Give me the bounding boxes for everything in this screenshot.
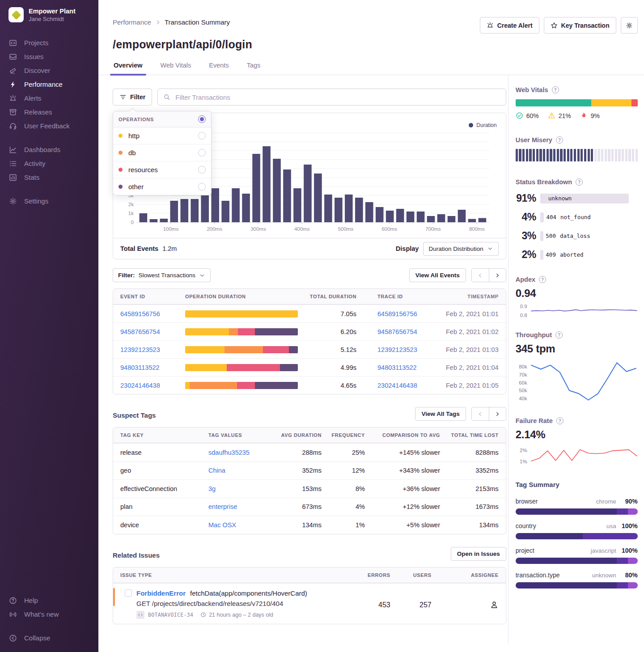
- question-icon[interactable]: [539, 276, 546, 283]
- trace-id-link[interactable]: 94803113522: [377, 364, 417, 371]
- sidebar-item-label: Settings: [24, 197, 48, 205]
- transaction-settings-button[interactable]: [621, 17, 638, 34]
- operation-duration-bar: [185, 310, 298, 318]
- sidebar-item-alerts[interactable]: Alerts: [0, 91, 98, 105]
- filter-button[interactable]: Filter: [113, 89, 152, 106]
- tab-tags[interactable]: Tags: [246, 62, 262, 75]
- event-id-link[interactable]: 94803113522: [120, 364, 160, 371]
- event-id-link[interactable]: 12392123523: [120, 346, 160, 353]
- question-icon[interactable]: [552, 86, 559, 93]
- status-breakdown-section: Status Breakdown 91% unknown 4% 404not_f…: [516, 178, 638, 261]
- events-filter-select[interactable]: Filter: Slowest Transactions: [113, 268, 211, 282]
- event-id-link[interactable]: 23024146438: [120, 382, 160, 389]
- issue-type-link[interactable]: ForbiddenError: [136, 589, 186, 597]
- operation-item-resources[interactable]: resources: [113, 161, 211, 178]
- sidebar-item-activity[interactable]: Activity: [0, 157, 98, 170]
- alerts-icon: [9, 94, 17, 102]
- create-alert-button[interactable]: Create Alert: [480, 17, 539, 34]
- tag-summary-bar: [516, 558, 638, 564]
- http-radio[interactable]: [198, 132, 206, 140]
- tags-next-page-button[interactable]: [489, 407, 506, 420]
- sidebar-item-label: Alerts: [24, 94, 41, 102]
- suspect-tags-header: TAG KEY TAG VALUES AVG DURATION FREQUENC…: [113, 428, 506, 443]
- operation-item-other[interactable]: other: [113, 178, 211, 195]
- tags-prev-page-button[interactable]: [472, 407, 489, 420]
- code-icon: [138, 612, 143, 618]
- events-next-page-button[interactable]: [489, 269, 506, 282]
- key-transaction-button[interactable]: Key Transaction: [544, 17, 616, 34]
- chevron-left-icon: [477, 272, 483, 279]
- failure-rate-section: Failure Rate 2.14% 2%1%: [516, 417, 638, 466]
- events-table: EVENT ID OPERATION DURATION TOTAL DURATI…: [113, 288, 506, 394]
- sidebar-item-label: Releases: [24, 108, 52, 116]
- tag-value-link[interactable]: China: [208, 467, 225, 474]
- sidebar-item-whats-new[interactable]: What’s new: [0, 607, 98, 621]
- timestamp-value: Feb 2, 2021 01:01: [417, 310, 499, 318]
- operations-all-radio[interactable]: [198, 115, 206, 123]
- search-input[interactable]: [174, 93, 500, 102]
- total-duration-value: 4.99s: [304, 364, 356, 371]
- chart-legend[interactable]: Duration: [469, 122, 496, 128]
- status-pct: 2%: [516, 249, 536, 261]
- resources-radio[interactable]: [198, 166, 206, 174]
- activity-icon: [9, 160, 17, 168]
- tag-value-link[interactable]: 3g: [208, 485, 216, 492]
- collapse-icon: [9, 634, 17, 642]
- open-in-issues-button[interactable]: Open in Issues: [451, 547, 506, 561]
- sidebar-item-dashboards[interactable]: Dashboards: [0, 143, 98, 157]
- event-id-link[interactable]: 64589156756: [120, 310, 160, 318]
- question-icon[interactable]: [556, 417, 564, 424]
- other-radio[interactable]: [198, 183, 206, 191]
- status-row: 3% 500data_loss: [516, 230, 638, 242]
- sidebar-item-settings[interactable]: Settings: [0, 194, 98, 208]
- sidebar-item-stats[interactable]: Stats: [0, 170, 98, 184]
- sidebar-item-projects[interactable]: Projects: [0, 36, 98, 50]
- trace-id-link[interactable]: 12392123523: [377, 346, 417, 353]
- tag-time-lost: 1673ms: [440, 503, 499, 510]
- tag-value-link[interactable]: Mac OSX: [208, 521, 236, 529]
- apdex-value: 0.94: [516, 287, 638, 300]
- sidebar-item-issues[interactable]: Issues: [0, 50, 98, 64]
- org-switcher[interactable]: Empower Plant Jane Schmidt: [0, 7, 98, 22]
- operations-dropdown-header[interactable]: OPERATIONS: [113, 111, 211, 127]
- tab-events[interactable]: Events: [208, 62, 229, 75]
- events-pagination: [471, 268, 506, 282]
- sidebar-item-user-feedback[interactable]: User Feedback: [0, 119, 98, 133]
- view-all-tags-button[interactable]: View All Tags: [415, 407, 466, 421]
- sidebar-item-discover[interactable]: Discover: [0, 64, 98, 77]
- issue-checkbox[interactable]: [125, 589, 132, 597]
- question-icon[interactable]: [576, 178, 583, 186]
- whats-new-icon: [9, 610, 17, 618]
- sidebar-item-collapse[interactable]: Collapse: [0, 631, 98, 645]
- sidebar-item-releases[interactable]: Releases: [0, 105, 98, 119]
- breadcrumb-parent[interactable]: Performance: [113, 18, 151, 26]
- view-all-events-button[interactable]: View All Events: [409, 268, 466, 282]
- tag-freq: 25%: [322, 449, 365, 456]
- operation-item-db[interactable]: db: [113, 144, 211, 161]
- tag-value-link[interactable]: enterprise: [208, 503, 237, 510]
- assignee-icon[interactable]: [490, 600, 499, 609]
- db-radio[interactable]: [198, 149, 206, 157]
- sidebar-item-help[interactable]: Help: [0, 593, 98, 607]
- tag-value-link[interactable]: sdaufhu35235: [208, 449, 250, 456]
- trace-id-link[interactable]: 94587656754: [377, 328, 417, 335]
- operation-duration-bar: [185, 328, 298, 335]
- col-timestamp: TIMESTAMP: [417, 294, 499, 299]
- star-icon: [551, 22, 558, 29]
- operation-item-http[interactable]: http: [113, 127, 211, 144]
- tab-web-vitals[interactable]: Web Vitals: [160, 62, 192, 75]
- sidebar-item-performance[interactable]: Performance: [0, 77, 98, 91]
- status-row: 2% 409aborted: [516, 249, 638, 261]
- display-select[interactable]: Duration Distribution: [423, 242, 498, 256]
- tab-overview[interactable]: Overview: [113, 62, 144, 75]
- question-icon[interactable]: [555, 331, 563, 339]
- events-prev-page-button[interactable]: [472, 269, 489, 282]
- tag-summary-pct: 100%: [616, 522, 638, 529]
- status-bar: [540, 250, 544, 260]
- org-user-name: Jane Schmidt: [29, 16, 76, 22]
- trace-id-link[interactable]: 23024146438: [377, 382, 417, 389]
- trace-id-link[interactable]: 64589156756: [377, 310, 417, 318]
- event-id-link[interactable]: 94587656754: [120, 328, 160, 335]
- question-icon[interactable]: [556, 136, 563, 144]
- main-content: Filter OPERATIONS http: [98, 75, 508, 642]
